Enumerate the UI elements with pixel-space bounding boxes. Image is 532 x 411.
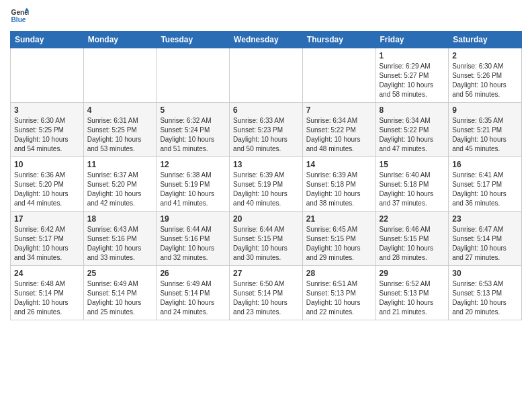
- calendar-cell: [83, 48, 157, 103]
- day-number: 6: [233, 105, 299, 115]
- calendar-cell: 17Sunrise: 6:42 AM Sunset: 5:17 PM Dayli…: [11, 212, 84, 266]
- day-number: 18: [87, 214, 153, 224]
- day-number: 1: [380, 51, 445, 60]
- day-number: 9: [452, 105, 518, 115]
- calendar-cell: 25Sunrise: 6:49 AM Sunset: 5:14 PM Dayli…: [83, 266, 157, 320]
- calendar-cell: 26Sunrise: 6:49 AM Sunset: 5:14 PM Dayli…: [157, 266, 230, 320]
- calendar-cell: 11Sunrise: 6:37 AM Sunset: 5:20 PM Dayli…: [83, 157, 157, 212]
- day-number: 20: [233, 214, 299, 224]
- calendar-cell: 10Sunrise: 6:36 AM Sunset: 5:20 PM Dayli…: [11, 157, 84, 212]
- weekday-header-monday: Monday: [83, 32, 157, 48]
- day-number: 3: [14, 105, 80, 115]
- weekday-header-friday: Friday: [375, 32, 449, 48]
- day-number: 23: [452, 214, 518, 224]
- calendar-cell: [302, 48, 375, 103]
- calendar-cell: 19Sunrise: 6:44 AM Sunset: 5:16 PM Dayli…: [157, 212, 230, 266]
- day-info: Sunrise: 6:31 AM Sunset: 5:25 PM Dayligh…: [87, 116, 153, 154]
- day-info: Sunrise: 6:46 AM Sunset: 5:15 PM Dayligh…: [380, 225, 445, 263]
- calendar-week-row: 10Sunrise: 6:36 AM Sunset: 5:20 PM Dayli…: [11, 157, 522, 212]
- svg-text:Blue: Blue: [11, 16, 26, 24]
- day-number: 25: [87, 269, 153, 278]
- day-info: Sunrise: 6:34 AM Sunset: 5:22 PM Dayligh…: [380, 116, 445, 154]
- calendar-cell: 7Sunrise: 6:34 AM Sunset: 5:22 PM Daylig…: [302, 103, 375, 157]
- day-number: 11: [87, 160, 153, 169]
- weekday-header-sunday: Sunday: [11, 32, 84, 48]
- day-info: Sunrise: 6:39 AM Sunset: 5:18 PM Dayligh…: [306, 171, 372, 208]
- calendar-week-row: 17Sunrise: 6:42 AM Sunset: 5:17 PM Dayli…: [11, 212, 522, 266]
- day-info: Sunrise: 6:33 AM Sunset: 5:23 PM Dayligh…: [233, 116, 299, 154]
- day-number: 16: [452, 160, 518, 169]
- calendar-cell: 23Sunrise: 6:47 AM Sunset: 5:14 PM Dayli…: [449, 212, 522, 266]
- calendar-week-row: 1Sunrise: 6:29 AM Sunset: 5:27 PM Daylig…: [11, 48, 522, 103]
- day-info: Sunrise: 6:49 AM Sunset: 5:14 PM Dayligh…: [87, 279, 153, 317]
- calendar-cell: 2Sunrise: 6:30 AM Sunset: 5:26 PM Daylig…: [449, 48, 522, 103]
- calendar-body: 1Sunrise: 6:29 AM Sunset: 5:27 PM Daylig…: [11, 48, 522, 320]
- logo-icon: General Blue: [10, 7, 29, 26]
- day-info: Sunrise: 6:39 AM Sunset: 5:19 PM Dayligh…: [233, 171, 299, 208]
- calendar-cell: [11, 48, 84, 103]
- calendar-cell: 3Sunrise: 6:30 AM Sunset: 5:25 PM Daylig…: [11, 103, 84, 157]
- day-info: Sunrise: 6:36 AM Sunset: 5:20 PM Dayligh…: [14, 171, 80, 208]
- calendar-week-row: 3Sunrise: 6:30 AM Sunset: 5:25 PM Daylig…: [11, 103, 522, 157]
- day-number: 30: [452, 269, 518, 278]
- day-info: Sunrise: 6:49 AM Sunset: 5:14 PM Dayligh…: [160, 279, 226, 317]
- calendar-cell: 6Sunrise: 6:33 AM Sunset: 5:23 PM Daylig…: [230, 103, 303, 157]
- day-number: 5: [160, 105, 226, 115]
- day-info: Sunrise: 6:52 AM Sunset: 5:13 PM Dayligh…: [380, 279, 445, 317]
- day-number: 29: [380, 269, 445, 278]
- calendar-cell: 5Sunrise: 6:32 AM Sunset: 5:24 PM Daylig…: [157, 103, 230, 157]
- calendar-cell: 21Sunrise: 6:45 AM Sunset: 5:15 PM Dayli…: [302, 212, 375, 266]
- calendar-cell: 28Sunrise: 6:51 AM Sunset: 5:13 PM Dayli…: [302, 266, 375, 320]
- day-info: Sunrise: 6:47 AM Sunset: 5:14 PM Dayligh…: [452, 225, 518, 263]
- weekday-header-saturday: Saturday: [449, 32, 522, 48]
- calendar-cell: 4Sunrise: 6:31 AM Sunset: 5:25 PM Daylig…: [83, 103, 157, 157]
- day-number: 14: [306, 160, 372, 169]
- day-number: 26: [160, 269, 226, 278]
- day-info: Sunrise: 6:50 AM Sunset: 5:14 PM Dayligh…: [233, 279, 299, 317]
- calendar-cell: 22Sunrise: 6:46 AM Sunset: 5:15 PM Dayli…: [375, 212, 449, 266]
- day-number: 4: [87, 105, 153, 115]
- day-info: Sunrise: 6:45 AM Sunset: 5:15 PM Dayligh…: [306, 225, 372, 263]
- day-number: 7: [306, 105, 372, 115]
- calendar-cell: 27Sunrise: 6:50 AM Sunset: 5:14 PM Dayli…: [230, 266, 303, 320]
- calendar-week-row: 24Sunrise: 6:48 AM Sunset: 5:14 PM Dayli…: [11, 266, 522, 320]
- calendar-cell: 30Sunrise: 6:53 AM Sunset: 5:13 PM Dayli…: [449, 266, 522, 320]
- calendar-cell: [230, 48, 303, 103]
- header: General Blue: [10, 7, 522, 26]
- day-number: 10: [14, 160, 80, 169]
- day-info: Sunrise: 6:37 AM Sunset: 5:20 PM Dayligh…: [87, 171, 153, 208]
- day-info: Sunrise: 6:44 AM Sunset: 5:16 PM Dayligh…: [160, 225, 226, 263]
- day-info: Sunrise: 6:42 AM Sunset: 5:17 PM Dayligh…: [14, 225, 80, 263]
- day-number: 8: [380, 105, 445, 115]
- calendar-page: General Blue SundayMondayTuesdayWednesda…: [0, 0, 532, 330]
- calendar-cell: 12Sunrise: 6:38 AM Sunset: 5:19 PM Dayli…: [157, 157, 230, 212]
- day-number: 2: [452, 51, 518, 60]
- day-info: Sunrise: 6:30 AM Sunset: 5:26 PM Dayligh…: [452, 62, 518, 99]
- day-number: 21: [306, 214, 372, 224]
- calendar-cell: 16Sunrise: 6:41 AM Sunset: 5:17 PM Dayli…: [449, 157, 522, 212]
- day-number: 24: [14, 269, 80, 278]
- logo: General Blue: [10, 7, 29, 26]
- calendar-cell: 1Sunrise: 6:29 AM Sunset: 5:27 PM Daylig…: [375, 48, 449, 103]
- calendar-cell: [157, 48, 230, 103]
- calendar-cell: 8Sunrise: 6:34 AM Sunset: 5:22 PM Daylig…: [375, 103, 449, 157]
- weekday-header-thursday: Thursday: [302, 32, 375, 48]
- weekday-header-row: SundayMondayTuesdayWednesdayThursdayFrid…: [11, 32, 522, 48]
- day-number: 13: [233, 160, 299, 169]
- weekday-header-wednesday: Wednesday: [230, 32, 303, 48]
- calendar-cell: 20Sunrise: 6:44 AM Sunset: 5:15 PM Dayli…: [230, 212, 303, 266]
- day-info: Sunrise: 6:30 AM Sunset: 5:25 PM Dayligh…: [14, 116, 80, 154]
- day-info: Sunrise: 6:40 AM Sunset: 5:18 PM Dayligh…: [380, 171, 445, 208]
- day-info: Sunrise: 6:38 AM Sunset: 5:19 PM Dayligh…: [160, 171, 226, 208]
- calendar-cell: 13Sunrise: 6:39 AM Sunset: 5:19 PM Dayli…: [230, 157, 303, 212]
- day-info: Sunrise: 6:43 AM Sunset: 5:16 PM Dayligh…: [87, 225, 153, 263]
- day-number: 17: [14, 214, 80, 224]
- day-info: Sunrise: 6:44 AM Sunset: 5:15 PM Dayligh…: [233, 225, 299, 263]
- calendar-cell: 24Sunrise: 6:48 AM Sunset: 5:14 PM Dayli…: [11, 266, 84, 320]
- day-info: Sunrise: 6:35 AM Sunset: 5:21 PM Dayligh…: [452, 116, 518, 154]
- calendar-cell: 15Sunrise: 6:40 AM Sunset: 5:18 PM Dayli…: [375, 157, 449, 212]
- day-number: 27: [233, 269, 299, 278]
- day-info: Sunrise: 6:32 AM Sunset: 5:24 PM Dayligh…: [160, 116, 226, 154]
- day-number: 15: [380, 160, 445, 169]
- day-info: Sunrise: 6:48 AM Sunset: 5:14 PM Dayligh…: [14, 279, 80, 317]
